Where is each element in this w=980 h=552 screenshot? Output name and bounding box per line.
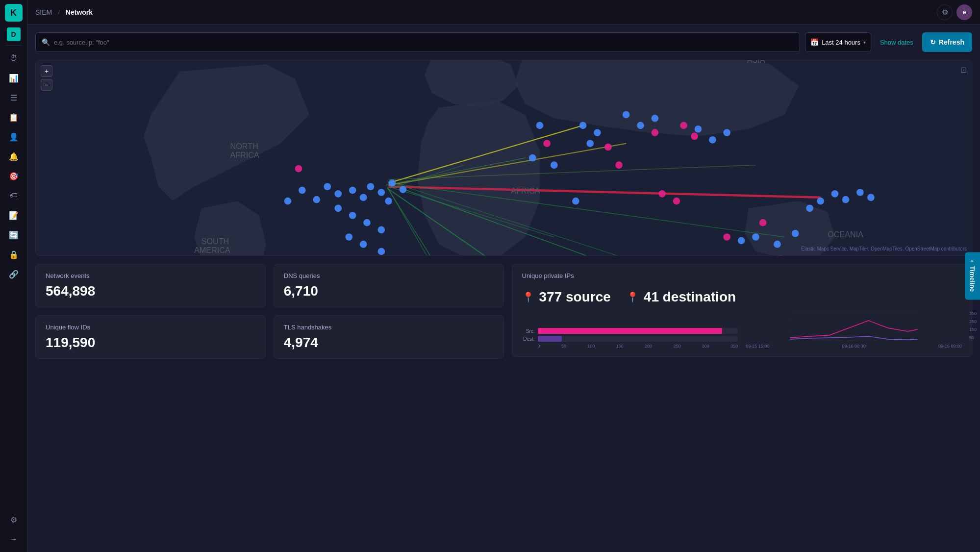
dest-pin-icon: 📍 [627,291,639,303]
private-ips-values: 📍 377 source 📍 41 destination [522,289,962,305]
svg-point-59 [842,196,850,203]
network-events-value: 564,898 [46,283,255,299]
stats-col-mid: DNS queries 6,710 TLS handshakes 4,974 [274,264,504,359]
svg-point-27 [349,212,356,219]
private-ips-charts: Src. Dest. [522,311,962,349]
svg-point-71 [680,122,687,129]
main-area: SIEM / Network ⚙ e 🔍 📅 Last 24 hours ▾ S… [27,0,980,552]
timeline-label: Timeline [969,266,976,292]
sidebar-item-d[interactable]: D [7,27,21,41]
bar-axis-100: 100 [587,344,595,349]
tls-handshakes-label: TLS handshakes [284,324,494,331]
sidebar-item-link[interactable]: 🔗 [5,265,23,283]
svg-point-73 [658,190,666,198]
topbar-section: SIEM [35,8,52,16]
bar-axis-200: 200 [645,344,652,349]
svg-text:AFRICA: AFRICA [230,151,259,159]
svg-point-75 [723,233,730,241]
svg-point-29 [378,226,385,234]
sidebar-item-alerts[interactable]: 🔔 [5,148,23,165]
sidebar-item-reports[interactable]: 📋 [5,108,23,126]
svg-point-48 [652,115,659,122]
svg-point-72 [691,133,698,140]
svg-point-45 [551,161,558,169]
time-picker[interactable]: 📅 Last 24 hours ▾ [805,32,871,52]
line-chart-svg [746,311,962,340]
sidebar-divider-1 [6,45,22,46]
svg-point-19 [360,194,367,201]
svg-point-51 [723,129,730,136]
timeline-tab[interactable]: ‹ Timeline [965,252,980,300]
sidebar-item-users[interactable]: 👤 [5,128,23,146]
refresh-button[interactable]: ↻ Refresh [922,32,972,52]
unique-private-ips-label: Unique private IPs [522,272,962,279]
sidebar-item-overview[interactable]: ⏱ [5,50,23,67]
y-label-150: 150 [969,327,977,332]
svg-point-16 [324,183,331,190]
svg-text:AMERICA: AMERICA [194,246,230,254]
topbar-page: Network [66,8,93,16]
bar-dst-fill [538,336,562,342]
svg-point-26 [334,204,342,212]
svg-point-32 [378,248,385,255]
show-dates-button[interactable]: Show dates [876,39,917,46]
dest-ips-value: 41 destination [644,289,736,305]
bar-src-fill [538,328,722,334]
svg-point-20 [367,183,374,190]
map-controls: + − [41,65,52,91]
bar-axis-50: 50 [561,344,566,349]
sidebar-item-arrow[interactable]: → [5,530,23,548]
line-chart-x-axis: 09-15 15:00 09-16 00:00 09-16 09:00 [746,344,962,349]
zoom-in-button[interactable]: + [41,65,52,77]
unique-flow-ids-label: Unique flow IDs [46,324,255,331]
dns-queries-label: DNS queries [284,272,494,279]
sidebar-item-cases[interactable]: 🏷 [5,187,23,204]
map-panel: NORTH AFRICA ASIA AFRICA SOUTH AMERICA O… [35,60,972,256]
sidebar-item-hunt[interactable]: 🎯 [5,167,23,185]
x-label-2: 09-16 00:00 [842,344,866,349]
bar-dst-label: Dest. [522,336,535,342]
bar-axis-250: 250 [673,344,680,349]
svg-point-30 [345,233,352,241]
search-input[interactable] [54,39,794,46]
svg-point-31 [360,241,367,248]
svg-point-46 [623,111,630,119]
bar-axis-0: 0 [538,344,540,349]
svg-point-47 [637,122,644,129]
bar-src-bg [538,328,738,334]
sidebar-item-settings[interactable]: ⚙ [5,511,23,528]
bar-dst-bg [538,336,738,342]
svg-text:OCEANIA: OCEANIA [828,230,863,239]
avatar[interactable]: e [956,4,972,20]
svg-point-61 [867,194,875,201]
sidebar-item-refresh[interactable]: 🔄 [5,226,23,244]
svg-point-74 [673,198,680,205]
svg-point-41 [586,140,594,147]
svg-point-40 [594,129,601,136]
time-label: Last 24 hours [822,39,860,46]
map-expand-icon[interactable]: ⊡ [960,65,967,75]
dns-queries-value: 6,710 [284,283,494,299]
sidebar: K D ⏱ 📊 ☰ 📋 👤 🔔 🎯 🏷 📝 🔄 🔒 🔗 ⚙ → [0,0,27,552]
svg-point-17 [334,190,342,198]
line-chart: 350 250 150 50 09-15 15:00 09-16 00:00 0… [746,311,962,349]
svg-point-54 [774,241,781,248]
svg-point-18 [349,187,356,194]
search-row: 🔍 📅 Last 24 hours ▾ Show dates ↻ Refresh [35,32,972,52]
sidebar-item-dashboard[interactable]: 📊 [5,69,23,87]
content-area: 🔍 📅 Last 24 hours ▾ Show dates ↻ Refresh [27,25,980,552]
x-label-3: 09-16 09:00 [938,344,962,349]
settings-icon[interactable]: ⚙ [937,4,953,20]
svg-point-63 [295,165,302,173]
sidebar-item-list[interactable]: ☰ [5,89,23,106]
bar-axis: 0 50 100 150 200 250 300 350 [522,344,738,349]
zoom-out-button[interactable]: − [41,79,52,91]
bar-axis-150: 150 [616,344,624,349]
sidebar-item-security[interactable]: 🔒 [5,246,23,263]
unique-flow-ids-value: 119,590 [46,335,255,351]
topbar-separator: / [58,8,60,16]
y-label-350: 350 [969,311,977,316]
app-logo[interactable]: K [5,4,23,22]
sidebar-item-notes[interactable]: 📝 [5,206,23,224]
svg-point-49 [695,125,702,133]
